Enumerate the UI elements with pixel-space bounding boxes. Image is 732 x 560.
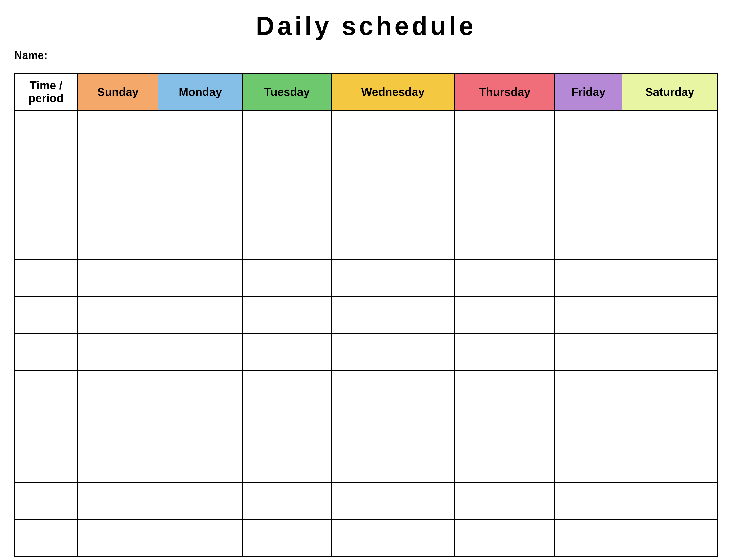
friday-cell[interactable] xyxy=(555,259,622,296)
time-cell[interactable] xyxy=(15,222,77,259)
time-cell[interactable] xyxy=(15,482,77,519)
sunday-cell[interactable] xyxy=(77,296,158,334)
wednesday-cell[interactable] xyxy=(331,185,455,222)
friday-cell[interactable] xyxy=(555,371,622,408)
saturday-cell[interactable] xyxy=(622,259,717,296)
monday-cell[interactable] xyxy=(158,445,242,482)
saturday-cell[interactable] xyxy=(622,185,717,222)
thursday-cell[interactable] xyxy=(455,111,555,148)
thursday-cell[interactable] xyxy=(455,519,555,557)
monday-cell[interactable] xyxy=(158,222,242,259)
sunday-cell[interactable] xyxy=(77,222,158,259)
friday-cell[interactable] xyxy=(555,334,622,371)
wednesday-cell[interactable] xyxy=(331,296,455,334)
saturday-cell[interactable] xyxy=(622,222,717,259)
monday-cell[interactable] xyxy=(158,111,242,148)
friday-cell[interactable] xyxy=(555,408,622,445)
sunday-cell[interactable] xyxy=(77,148,158,185)
saturday-cell[interactable] xyxy=(622,296,717,334)
table-header-row: Time / period Sunday Monday Tuesday Wedn… xyxy=(15,73,717,111)
time-cell[interactable] xyxy=(15,519,77,557)
tuesday-cell[interactable] xyxy=(242,148,331,185)
tuesday-cell[interactable] xyxy=(242,296,331,334)
saturday-cell[interactable] xyxy=(622,111,717,148)
header-time: Time / period xyxy=(15,73,77,111)
sunday-cell[interactable] xyxy=(77,334,158,371)
tuesday-cell[interactable] xyxy=(242,185,331,222)
saturday-cell[interactable] xyxy=(622,482,717,519)
wednesday-cell[interactable] xyxy=(331,334,455,371)
sunday-cell[interactable] xyxy=(77,371,158,408)
time-cell[interactable] xyxy=(15,259,77,296)
time-cell[interactable] xyxy=(15,185,77,222)
saturday-cell[interactable] xyxy=(622,334,717,371)
saturday-cell[interactable] xyxy=(622,148,717,185)
time-cell[interactable] xyxy=(15,148,77,185)
wednesday-cell[interactable] xyxy=(331,445,455,482)
friday-cell[interactable] xyxy=(555,519,622,557)
thursday-cell[interactable] xyxy=(455,222,555,259)
monday-cell[interactable] xyxy=(158,185,242,222)
monday-cell[interactable] xyxy=(158,482,242,519)
wednesday-cell[interactable] xyxy=(331,111,455,148)
wednesday-cell[interactable] xyxy=(331,371,455,408)
time-cell[interactable] xyxy=(15,371,77,408)
thursday-cell[interactable] xyxy=(455,185,555,222)
thursday-cell[interactable] xyxy=(455,334,555,371)
thursday-cell[interactable] xyxy=(455,259,555,296)
sunday-cell[interactable] xyxy=(77,185,158,222)
sunday-cell[interactable] xyxy=(77,519,158,557)
monday-cell[interactable] xyxy=(158,408,242,445)
wednesday-cell[interactable] xyxy=(331,408,455,445)
sunday-cell[interactable] xyxy=(77,408,158,445)
table-row xyxy=(15,482,717,519)
wednesday-cell[interactable] xyxy=(331,519,455,557)
time-cell[interactable] xyxy=(15,445,77,482)
tuesday-cell[interactable] xyxy=(242,408,331,445)
friday-cell[interactable] xyxy=(555,296,622,334)
friday-cell[interactable] xyxy=(555,222,622,259)
tuesday-cell[interactable] xyxy=(242,111,331,148)
time-cell[interactable] xyxy=(15,408,77,445)
monday-cell[interactable] xyxy=(158,296,242,334)
tuesday-cell[interactable] xyxy=(242,519,331,557)
wednesday-cell[interactable] xyxy=(331,222,455,259)
tuesday-cell[interactable] xyxy=(242,334,331,371)
wednesday-cell[interactable] xyxy=(331,148,455,185)
monday-cell[interactable] xyxy=(158,371,242,408)
friday-cell[interactable] xyxy=(555,111,622,148)
saturday-cell[interactable] xyxy=(622,408,717,445)
sunday-cell[interactable] xyxy=(77,482,158,519)
monday-cell[interactable] xyxy=(158,259,242,296)
time-cell[interactable] xyxy=(15,296,77,334)
header-sunday: Sunday xyxy=(77,73,158,111)
monday-cell[interactable] xyxy=(158,519,242,557)
sunday-cell[interactable] xyxy=(77,445,158,482)
tuesday-cell[interactable] xyxy=(242,222,331,259)
thursday-cell[interactable] xyxy=(455,482,555,519)
wednesday-cell[interactable] xyxy=(331,259,455,296)
time-cell[interactable] xyxy=(15,111,77,148)
tuesday-cell[interactable] xyxy=(242,371,331,408)
time-cell[interactable] xyxy=(15,334,77,371)
monday-cell[interactable] xyxy=(158,148,242,185)
wednesday-cell[interactable] xyxy=(331,482,455,519)
thursday-cell[interactable] xyxy=(455,296,555,334)
friday-cell[interactable] xyxy=(555,482,622,519)
tuesday-cell[interactable] xyxy=(242,482,331,519)
sunday-cell[interactable] xyxy=(77,259,158,296)
tuesday-cell[interactable] xyxy=(242,445,331,482)
saturday-cell[interactable] xyxy=(622,519,717,557)
saturday-cell[interactable] xyxy=(622,371,717,408)
tuesday-cell[interactable] xyxy=(242,259,331,296)
sunday-cell[interactable] xyxy=(77,111,158,148)
monday-cell[interactable] xyxy=(158,334,242,371)
friday-cell[interactable] xyxy=(555,185,622,222)
thursday-cell[interactable] xyxy=(455,445,555,482)
thursday-cell[interactable] xyxy=(455,371,555,408)
friday-cell[interactable] xyxy=(555,445,622,482)
friday-cell[interactable] xyxy=(555,148,622,185)
saturday-cell[interactable] xyxy=(622,445,717,482)
thursday-cell[interactable] xyxy=(455,148,555,185)
thursday-cell[interactable] xyxy=(455,408,555,445)
